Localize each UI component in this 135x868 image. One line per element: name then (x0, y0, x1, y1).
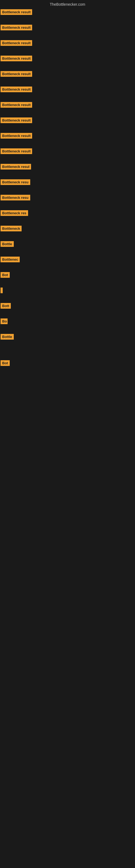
bottleneck-item-9: Bottleneck result (0, 131, 135, 141)
bottleneck-badge-12[interactable]: Bottleneck resu (1, 179, 30, 185)
bottleneck-badge-16[interactable]: Bottle (1, 241, 14, 247)
bottleneck-badge-22[interactable]: Bottle (1, 334, 14, 340)
bottleneck-item-7: Bottleneck result (0, 100, 135, 111)
bottleneck-badge-19[interactable] (1, 287, 3, 293)
site-title: TheBottlenecker.com (0, 0, 135, 8)
bottleneck-item-21: Bo (0, 317, 135, 327)
page-container: TheBottlenecker.com Bottleneck result Bo… (0, 0, 135, 868)
bottleneck-badge-23[interactable]: Bot (1, 360, 10, 366)
bottleneck-badge-15[interactable]: Bottleneck (1, 226, 21, 231)
bottleneck-item-14: Bottleneck res (0, 209, 135, 219)
bottleneck-badge-20[interactable]: Bott (1, 303, 11, 309)
bottleneck-item-1: Bottleneck result (0, 8, 135, 18)
bottleneck-badge-14[interactable]: Bottleneck res (1, 210, 28, 216)
bottleneck-badge-8[interactable]: Bottleneck result (1, 118, 32, 123)
bottleneck-badge-21[interactable]: Bo (1, 318, 8, 324)
bottleneck-item-22: Bottle (0, 332, 135, 342)
bottleneck-item-19 (0, 286, 135, 296)
bottleneck-badge-5[interactable]: Bottleneck result (1, 71, 32, 77)
bottleneck-item-13: Bottleneck resu (0, 193, 135, 203)
bottleneck-item-15: Bottleneck (0, 224, 135, 234)
bottleneck-item-11: Bottleneck resul (0, 162, 135, 172)
bottleneck-item-8: Bottleneck result (0, 116, 135, 126)
bottleneck-item-10: Bottleneck result (0, 147, 135, 157)
bottleneck-badge-10[interactable]: Bottleneck result (1, 148, 32, 154)
bottleneck-item-2: Bottleneck result (0, 23, 135, 33)
bottleneck-item-20: Bott (0, 301, 135, 311)
bottleneck-badge-7[interactable]: Bottleneck result (1, 102, 32, 108)
bottleneck-item-18: Bot (0, 271, 135, 280)
bottleneck-badge-9[interactable]: Bottleneck result (1, 133, 32, 138)
bottleneck-item-4: Bottleneck result (0, 54, 135, 64)
bottleneck-badge-6[interactable]: Bottleneck result (1, 87, 32, 92)
bottleneck-badge-17[interactable]: Bottlenec (1, 257, 20, 262)
bottleneck-item-17: Bottlenec (0, 255, 135, 265)
bottleneck-badge-13[interactable]: Bottleneck resu (1, 195, 30, 200)
bottleneck-item-5: Bottleneck result (0, 69, 135, 80)
bottleneck-item-6: Bottleneck result (0, 85, 135, 95)
bottleneck-badge-11[interactable]: Bottleneck resul (1, 164, 31, 169)
bottleneck-item-12: Bottleneck resu (0, 178, 135, 188)
bottleneck-badge-18[interactable]: Bot (1, 272, 10, 278)
bottleneck-item-3: Bottleneck result (0, 38, 135, 49)
bottleneck-badge-1[interactable]: Bottleneck result (1, 9, 32, 15)
bottleneck-item-23: Bot (0, 359, 135, 369)
bottleneck-badge-2[interactable]: Bottleneck result (1, 25, 32, 30)
bottleneck-badge-4[interactable]: Bottleneck result (1, 56, 32, 61)
bottleneck-item-16: Bottle (0, 240, 135, 250)
bottleneck-badge-3[interactable]: Bottleneck result (1, 40, 32, 46)
